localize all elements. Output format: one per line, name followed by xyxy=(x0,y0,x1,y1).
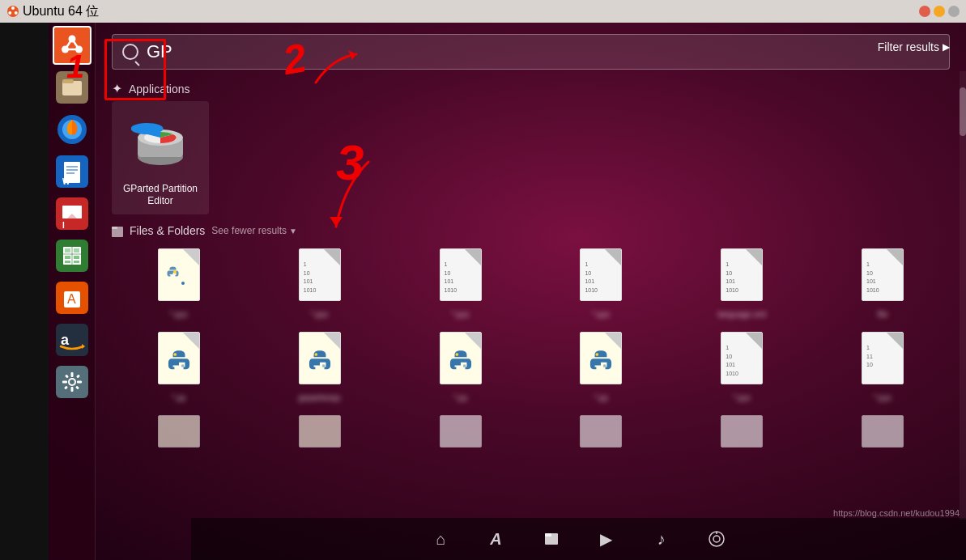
video-bottom-icon[interactable]: ▶ xyxy=(595,528,618,550)
app-item-name: GParted Partition Editor xyxy=(112,183,209,208)
file-name: *.pyc xyxy=(311,310,329,319)
file-item[interactable]: *.pyc xyxy=(112,245,246,322)
launcher: W I xyxy=(49,23,96,560)
minimize-button[interactable] xyxy=(934,6,945,17)
svg-rect-58 xyxy=(112,227,117,229)
apps-icon: ✦ xyxy=(112,81,122,96)
partial-file-icon xyxy=(435,415,487,473)
see-fewer-button[interactable]: See fewer results ▼ xyxy=(211,225,297,236)
partial-file-icon xyxy=(294,415,346,473)
svg-rect-33 xyxy=(74,256,79,259)
file-item[interactable]: 1101011010 *.pyc xyxy=(394,245,528,322)
impress-icon: I xyxy=(56,197,88,230)
binary-file-icon: 11110 xyxy=(857,332,909,390)
music-bottom-icon[interactable]: ♪ xyxy=(650,528,673,550)
file-item[interactable]: 1101011010 *.pyc xyxy=(674,329,809,405)
launcher-item-amazon[interactable]: a xyxy=(53,320,91,359)
svg-rect-19 xyxy=(66,169,78,171)
binary-file-icon: 1101011010 xyxy=(294,248,346,307)
svg-rect-18 xyxy=(66,166,78,168)
svg-rect-13 xyxy=(62,79,74,83)
applications-section: ✦ Applications xyxy=(112,76,950,214)
python-file-icon2 xyxy=(435,332,487,390)
scrollbar-thumb[interactable] xyxy=(960,87,966,136)
filter-results-button[interactable]: Filter results ▶ xyxy=(878,40,950,53)
python-file-icon2 xyxy=(294,332,346,390)
sidebar-black-strip xyxy=(0,23,49,560)
svg-point-59 xyxy=(173,270,177,274)
file-item[interactable]: *.py xyxy=(112,329,246,405)
svg-point-64 xyxy=(322,364,326,367)
firefox-icon xyxy=(56,113,88,146)
photos-bottom-icon[interactable] xyxy=(705,528,728,550)
ubuntu-titlebar-icon xyxy=(6,5,19,18)
file-item[interactable]: 1101011010 file xyxy=(815,245,950,322)
svg-point-62 xyxy=(181,364,185,367)
scrollbar[interactable] xyxy=(960,71,966,520)
close-button[interactable] xyxy=(919,6,930,17)
see-fewer-arrow-icon: ▼ xyxy=(289,227,297,235)
svg-point-3 xyxy=(15,11,18,15)
svg-text:A: A xyxy=(67,292,76,306)
svg-rect-32 xyxy=(65,256,70,259)
watermark: https://blog.csdn.net/kudou1994 xyxy=(833,508,960,518)
launcher-item-firefox[interactable] xyxy=(53,110,91,149)
file-name: *.pyc xyxy=(451,310,469,319)
launcher-item-writer[interactable]: W xyxy=(53,152,91,191)
binary-file-icon: 1101011010 xyxy=(575,248,627,307)
launcher-item-ubuntu[interactable] xyxy=(53,26,91,65)
apps-bottom-icon[interactable]: A xyxy=(485,528,508,550)
search-bar xyxy=(112,34,950,70)
app-item-gparted[interactable]: GParted Partition Editor xyxy=(112,101,209,214)
files-icon xyxy=(56,71,88,104)
file-item[interactable] xyxy=(674,412,809,477)
file-name: gepartionpy xyxy=(299,393,341,402)
launcher-item-settings[interactable] xyxy=(53,363,91,401)
file-item[interactable] xyxy=(394,412,528,477)
launcher-item-impress[interactable]: I xyxy=(53,194,91,233)
file-item[interactable]: 11110 *.pyc xyxy=(815,329,950,405)
file-name: *.pyc xyxy=(170,310,188,319)
home-bottom-icon[interactable]: ⌂ xyxy=(430,528,453,550)
svg-point-65 xyxy=(455,353,458,356)
partial-file-icon xyxy=(857,415,909,473)
binary-file-icon: 1101011010 xyxy=(857,248,909,307)
launcher-item-appstore[interactable]: A xyxy=(53,278,91,317)
file-item[interactable]: *.py xyxy=(534,329,668,405)
search-icon xyxy=(122,44,138,60)
file-item[interactable]: 1101011010 *.pyc xyxy=(253,245,387,322)
binary-file-icon: 1101011010 xyxy=(716,248,768,307)
svg-point-2 xyxy=(8,11,11,15)
svg-point-63 xyxy=(314,353,317,356)
title-bar: Ubuntu 64 位 xyxy=(0,0,966,23)
file-item[interactable] xyxy=(815,412,950,477)
file-item[interactable]: 1101011010 language.xml xyxy=(674,245,809,322)
file-item[interactable] xyxy=(534,412,668,477)
file-item[interactable] xyxy=(253,412,387,477)
maximize-button[interactable] xyxy=(948,6,960,17)
file-item[interactable]: *.py xyxy=(394,329,528,405)
file-name: *.py xyxy=(172,393,185,402)
file-name: *.pyc xyxy=(733,393,751,402)
svg-point-66 xyxy=(462,364,466,367)
svg-rect-34 xyxy=(65,261,70,263)
partial-file-icon xyxy=(153,415,205,473)
calc-icon xyxy=(56,240,88,272)
file-name: file xyxy=(878,310,888,319)
file-name: *.py xyxy=(594,393,608,402)
launcher-item-calc[interactable] xyxy=(53,236,91,275)
svg-rect-35 xyxy=(74,261,79,263)
appstore-icon: A xyxy=(56,282,88,314)
app-grid: GParted Partition Editor xyxy=(112,101,950,214)
svg-point-60 xyxy=(181,282,185,285)
ubuntu-logo-icon xyxy=(57,31,87,60)
svg-text:W: W xyxy=(62,177,70,186)
file-item[interactable]: gepartionpy xyxy=(253,329,387,405)
svg-point-44 xyxy=(70,380,74,384)
file-item[interactable]: 1101011010 *.pyc xyxy=(534,245,668,322)
search-input[interactable] xyxy=(147,41,939,62)
files-bottom-icon[interactable] xyxy=(540,528,563,550)
launcher-item-files[interactable] xyxy=(53,68,91,107)
file-item[interactable] xyxy=(112,412,246,477)
svg-point-1 xyxy=(11,6,15,10)
